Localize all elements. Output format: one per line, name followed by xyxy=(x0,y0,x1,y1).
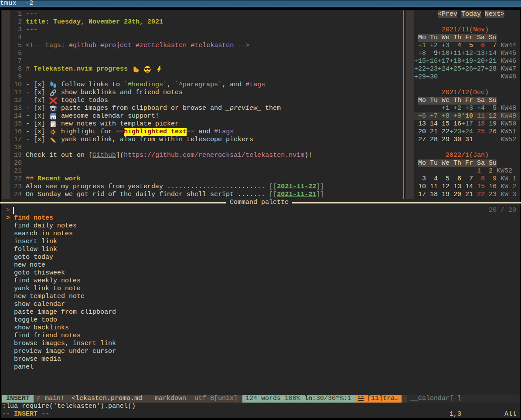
svg-text:17: 17 xyxy=(51,116,55,120)
